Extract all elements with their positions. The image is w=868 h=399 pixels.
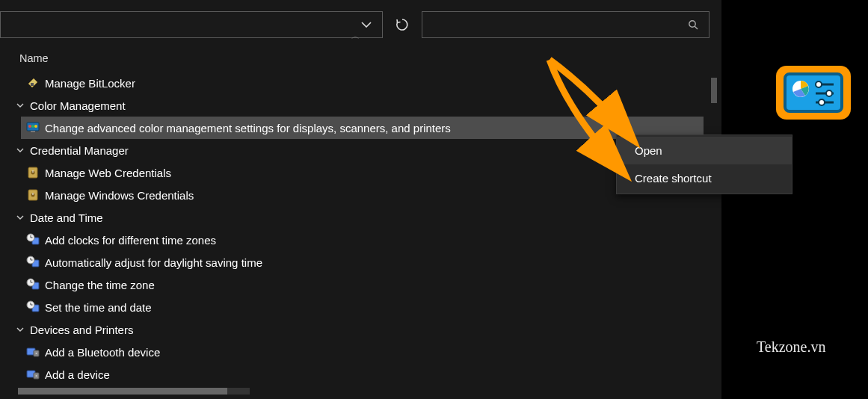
bitlocker-icon (25, 76, 40, 90)
list-item[interactable]: Change advanced color management setting… (21, 117, 704, 139)
clock-icon (25, 233, 40, 247)
svg-point-36 (36, 375, 37, 377)
clock-icon (25, 278, 40, 291)
control-panel-icon (784, 72, 843, 113)
svg-rect-5 (31, 131, 35, 132)
item-label: Add a device (45, 368, 110, 381)
toolbar (0, 0, 721, 45)
svg-point-0 (689, 20, 695, 26)
svg-point-41 (826, 90, 832, 96)
group-label: Credential Manager (28, 144, 129, 157)
svg-point-33 (36, 353, 37, 354)
svg-rect-3 (31, 83, 34, 86)
context-menu-create-shortcut[interactable]: Create shortcut (617, 164, 792, 192)
column-header-name[interactable]: Name (16, 49, 712, 70)
item-label: Change advanced color management setting… (45, 122, 451, 134)
item-label: Manage BitLocker (45, 77, 135, 90)
chevron-down-icon[interactable] (16, 326, 28, 333)
search-icon (688, 19, 698, 30)
group-label: Color Management (28, 99, 126, 112)
chevron-down-icon[interactable] (357, 22, 376, 28)
svg-point-7 (31, 125, 34, 128)
group-label: Date and Time (28, 211, 103, 224)
refresh-button[interactable] (389, 11, 416, 38)
list-item[interactable]: Set the time and date (16, 296, 712, 318)
clock-icon (25, 300, 40, 314)
chevron-down-icon[interactable] (16, 102, 28, 109)
list-item[interactable]: Manage Web Credentials (16, 161, 712, 184)
horizontal-scrollbar-thumb[interactable] (18, 388, 227, 395)
chevron-down-icon[interactable] (16, 146, 28, 154)
group-row[interactable]: Date and Time (16, 206, 712, 229)
address-bar[interactable] (0, 11, 383, 38)
item-label: Manage Web Credentials (45, 167, 171, 179)
item-label: Change the time zone (45, 279, 155, 291)
list-item[interactable]: Manage Windows Credentials (16, 184, 712, 206)
svg-line-1 (695, 26, 698, 29)
context-menu-open[interactable]: Open (617, 137, 792, 164)
item-label: Add a Bluetooth device (45, 346, 160, 359)
chevron-down-icon[interactable] (16, 214, 28, 221)
list-item[interactable]: Change the time zone (16, 273, 712, 296)
list-item[interactable]: Add a Bluetooth device (16, 341, 712, 363)
svg-point-8 (34, 125, 37, 128)
svg-point-39 (816, 81, 822, 87)
svg-point-6 (28, 125, 31, 128)
task-list: Manage BitLockerColor ManagementChange a… (16, 72, 712, 386)
context-menu: Open Create shortcut (616, 134, 792, 194)
item-label: Automatically adjust for daylight saving… (45, 256, 262, 269)
sort-indicator-icon: ︿ (351, 31, 360, 42)
item-label: Manage Windows Credentials (45, 189, 194, 202)
safe-icon (25, 188, 40, 202)
item-label: Set the time and date (45, 301, 152, 314)
item-label: Add clocks for different time zones (45, 234, 216, 247)
vertical-scrollbar-thumb[interactable] (711, 78, 717, 103)
monitor-color-icon (25, 121, 40, 134)
content-area: ︿ Name Manage BitLockerColor ManagementC… (0, 45, 721, 399)
list-item[interactable]: Automatically adjust for daylight saving… (16, 251, 712, 273)
list-item[interactable]: Manage BitLocker (16, 72, 712, 94)
horizontal-scrollbar[interactable] (18, 388, 250, 395)
safe-icon (25, 166, 40, 179)
watermark: Tekzone.vn (757, 338, 825, 356)
device-icon (25, 368, 40, 381)
group-row[interactable]: Credential Manager (16, 139, 712, 161)
search-box[interactable] (422, 11, 710, 38)
group-row[interactable]: Devices and Printers (16, 318, 712, 341)
device-icon (25, 345, 40, 359)
svg-point-43 (819, 99, 825, 105)
clock-icon (25, 256, 40, 269)
control-panel-badge (776, 66, 851, 120)
group-row[interactable]: Color Management (16, 94, 712, 117)
list-item[interactable]: Add a device (16, 363, 712, 386)
group-label: Devices and Printers (28, 324, 133, 336)
list-item[interactable]: Add clocks for different time zones (16, 229, 712, 251)
control-panel-window: ︿ Name Manage BitLockerColor ManagementC… (0, 0, 721, 399)
